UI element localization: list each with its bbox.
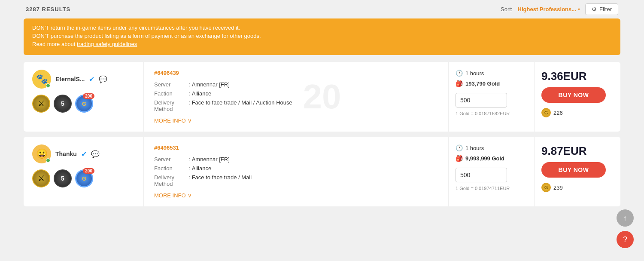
gear-icon: ⚙ — [592, 6, 597, 12]
more-info-label-1: MORE INFO — [154, 117, 186, 124]
server-value-2: :Amnennar [FR] — [188, 156, 230, 163]
clock-icon-1: 🕐 — [456, 70, 463, 77]
qty-input-1[interactable] — [456, 93, 507, 107]
seller-header-1: 🐾 EternalS... ✔ 💬 — [32, 70, 135, 89]
safety-guidelines-link[interactable]: trading safety guidelines — [77, 41, 137, 47]
details-section-1: #6496439 Server :Amnennar [FR] Faction :… — [144, 62, 449, 132]
buy-now-btn-2[interactable]: BUY NOW — [541, 162, 606, 178]
badge-count-2: 200 — [83, 168, 94, 174]
server-label-1: Server — [154, 81, 188, 88]
more-info-chevron-1: ∨ — [188, 117, 192, 124]
g-points-row-2: G 239 — [541, 183, 563, 192]
results-count: 3287 RESULTS — [26, 6, 70, 12]
bag-icon-2: 🎒 — [456, 155, 463, 162]
delivery-row-1: DeliveryMethod :Face to face trade / Mai… — [154, 99, 438, 112]
verified-icon-1: ✔ — [89, 75, 94, 83]
time-value-1: 1 hours — [465, 70, 484, 77]
more-info-label-2: MORE INFO — [154, 192, 186, 199]
delivery-label-2: DeliveryMethod — [154, 174, 188, 187]
online-indicator-2 — [46, 158, 50, 163]
delivery-value-1: :Face to face trade / Mail / Auction Hou… — [188, 99, 292, 112]
time-row-2: 🕐 1 hours — [456, 144, 527, 151]
listing-card-2: 😀 Thanku ✔ 💬 ⚔ 5 G 200 #6496531 Server :… — [24, 137, 620, 206]
badges-row-2: ⚔ 5 G 200 — [32, 169, 135, 187]
rate-text-1: 1 Gold = 0.01871682EUR — [456, 111, 527, 116]
g-coin-2: G — [541, 183, 551, 192]
warning-line-1: DON'T return the in-game items under any… — [32, 25, 612, 31]
seller-header-2: 😀 Thanku ✔ 💬 — [32, 144, 135, 163]
faction-row-2: Faction :Alliance — [154, 165, 438, 172]
price-section-2: 9.87EUR BUY NOW G 239 — [535, 137, 620, 206]
badges-row-1: ⚔ 5 G 200 — [32, 95, 135, 113]
listing-id-1: #6496439 — [154, 70, 438, 76]
listing-id-2: #6496531 — [154, 144, 438, 151]
buy-now-btn-1[interactable]: BUY NOW — [541, 87, 606, 103]
badge-level-1: 5 — [54, 95, 72, 113]
sort-area: Sort: Highest Professions... ▾ ⚙ Filter — [501, 3, 618, 15]
bag-icon-1: 🎒 — [456, 80, 463, 87]
scroll-to-top-button[interactable]: ↑ — [617, 209, 634, 227]
g-points-row-1: G 226 — [541, 108, 563, 117]
seller-name-2: Thanku — [55, 150, 77, 157]
price-value-2: 9.87EUR — [541, 144, 587, 158]
listing-card-1: 20 🐾 EternalS... ✔ 💬 ⚔ 5 G 200 #6496439 … — [24, 62, 620, 132]
more-info-btn-2[interactable]: MORE INFO ∨ — [154, 192, 192, 199]
qty-input-2[interactable] — [456, 168, 507, 182]
chevron-down-icon: ▾ — [578, 7, 580, 12]
gold-value-2: 9,993,999 Gold — [465, 155, 504, 162]
avatar-1: 🐾 — [32, 70, 51, 89]
faction-label-1: Faction — [154, 90, 188, 97]
gold-value-1: 193,790 Gold — [465, 80, 500, 87]
time-value-2: 1 hours — [465, 145, 484, 151]
badge-guild-1: ⚔ — [32, 95, 50, 113]
faction-label-2: Faction — [154, 165, 188, 172]
server-row-1: Server :Amnennar [FR] — [154, 81, 438, 88]
faction-value-2: :Alliance — [188, 165, 211, 172]
server-value-1: :Amnennar [FR] — [188, 81, 230, 88]
g-letter-1: G — [82, 101, 86, 107]
avatar-2: 😀 — [32, 144, 51, 163]
warning-prefix: Read more about — [32, 41, 77, 47]
warning-line-2: DON'T purchase the product listing as a … — [32, 33, 612, 39]
sort-label: Sort: — [501, 6, 512, 12]
server-row-2: Server :Amnennar [FR] — [154, 156, 438, 163]
badge-guild-2: ⚔ — [32, 169, 50, 187]
sort-value: Highest Professions... — [518, 6, 577, 12]
seller-section-1: 🐾 EternalS... ✔ 💬 ⚔ 5 G 200 — [24, 62, 144, 132]
online-indicator-1 — [46, 83, 50, 88]
verified-icon-2: ✔ — [81, 150, 87, 158]
top-bar: 3287 RESULTS Sort: Highest Professions..… — [0, 0, 644, 18]
seller-section-2: 😀 Thanku ✔ 💬 ⚔ 5 G 200 — [24, 137, 144, 206]
gold-row-2: 🎒 9,993,999 Gold — [456, 155, 527, 162]
gold-row-1: 🎒 193,790 Gold — [456, 80, 527, 87]
server-label-2: Server — [154, 156, 188, 163]
badge-level-2: 5 — [54, 169, 72, 187]
g-points-value-1: 226 — [553, 110, 563, 116]
price-value-1: 9.36EUR — [541, 70, 587, 83]
delivery-label-1: DeliveryMethod — [154, 99, 188, 112]
faction-value-1: :Alliance — [188, 90, 211, 97]
chat-icon-2[interactable]: 💬 — [91, 150, 100, 158]
g-letter-2: G — [82, 175, 86, 182]
filter-button[interactable]: ⚙ Filter — [585, 3, 618, 15]
delivery-value-2: :Face to face trade / Mail — [188, 174, 252, 187]
qty-section-1: 🕐 1 hours 🎒 193,790 Gold 1 Gold = 0.0187… — [449, 62, 535, 132]
g-points-value-2: 239 — [553, 184, 563, 191]
more-info-chevron-2: ∨ — [188, 192, 192, 199]
g-coin-1: G — [541, 108, 551, 117]
more-info-btn-1[interactable]: MORE INFO ∨ — [154, 117, 192, 124]
qty-section-2: 🕐 1 hours 🎒 9,993,999 Gold 1 Gold = 0.01… — [449, 137, 535, 206]
filter-label: Filter — [599, 6, 612, 12]
details-section-2: #6496531 Server :Amnennar [FR] Faction :… — [144, 137, 449, 206]
rate-text-2: 1 Gold = 0.01974711EUR — [456, 186, 527, 191]
help-button[interactable]: ? — [617, 231, 634, 248]
badge-g-1: G 200 — [75, 95, 93, 113]
time-row-1: 🕐 1 hours — [456, 70, 527, 77]
chat-icon-1[interactable]: 💬 — [99, 75, 107, 83]
delivery-row-2: DeliveryMethod :Face to face trade / Mai… — [154, 174, 438, 187]
sort-dropdown[interactable]: Highest Professions... ▾ — [518, 6, 580, 12]
badge-g-2: G 200 — [75, 169, 93, 187]
faction-row-1: Faction :Alliance — [154, 90, 438, 97]
badge-count-1: 200 — [83, 93, 94, 99]
warning-line-3: Read more about trading safety guideline… — [32, 41, 612, 47]
